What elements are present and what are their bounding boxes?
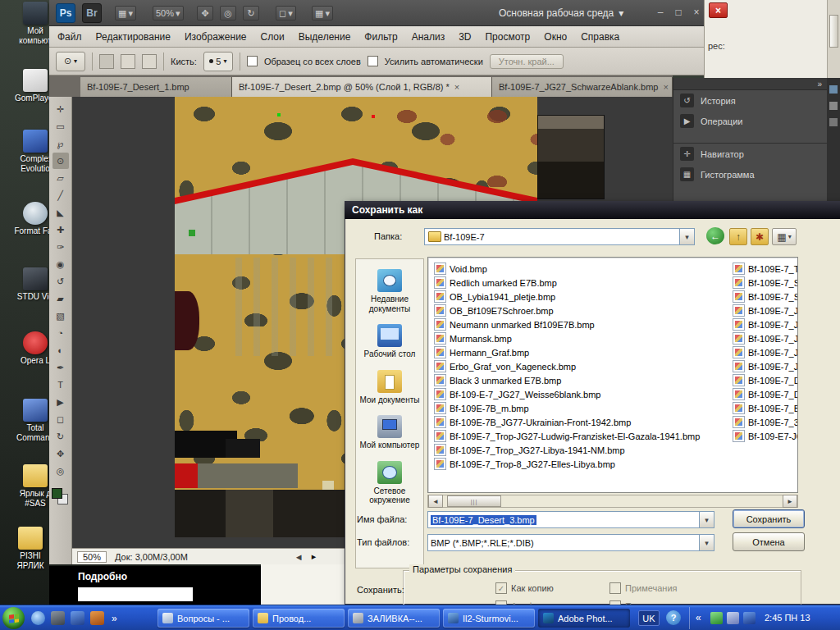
file-item[interactable]: Bf-109E-7_JG [730,345,797,359]
dialog-title-bar[interactable]: Сохранить как [345,201,840,219]
file-item[interactable]: Black 3 unmarked E7B.bmp [431,373,727,387]
close-button[interactable]: × [690,7,703,18]
dropdown-arrow-icon[interactable]: ▾ [679,229,694,244]
file-item[interactable]: Bf-109E-7_Trop-8_JG27-Elles-Libya.bmp [431,457,727,471]
tool-gradient[interactable]: ▧ [52,308,69,324]
task-button-il2[interactable]: Il2-Sturmovi... [443,609,535,628]
file-item[interactable]: Bf-109E-7_Trop-JG27-Ludwig-Franzisket-El… [431,429,727,443]
help-tray-icon[interactable]: ? [666,610,681,625]
refine-edge-button[interactable]: Уточн. край... [490,54,564,69]
task-button-questions[interactable]: Вопросы - ... [158,609,249,628]
menu-3d[interactable]: 3D [459,31,471,43]
start-button[interactable] [2,607,25,629]
zoom-level-dropdown[interactable]: 50%▾ [153,6,184,21]
tool-crop[interactable]: ▱ [52,170,69,186]
file-item[interactable]: Hermann_Graf.bmp [431,345,727,359]
tool-dodge[interactable]: ◐ [52,342,69,358]
tool-zoom[interactable]: ◎ [52,463,69,479]
tool-preset-picker[interactable]: ⊙▾ [56,52,85,71]
tool-clone-stamp[interactable]: ◉ [52,256,69,272]
panel-actions[interactable]: ▶ Операции [673,111,827,131]
menu-view[interactable]: Просмотр [485,31,530,43]
tool-eyedropper[interactable]: ◣ [52,204,69,221]
file-item[interactable]: Bf-109E-7_JG [730,359,797,373]
place-network[interactable]: Сетевое окружение [357,461,422,505]
tray-icon-2[interactable] [727,612,739,624]
brush-size-picker[interactable]: 5 ▾ [203,52,233,71]
task-button-zalivka[interactable]: ЗАЛИВКА--... [348,609,440,628]
tool-type[interactable]: T [52,377,69,393]
file-item[interactable]: Bf-109-E-7_JG27_Weisse6blank.bmp [431,387,727,401]
menu-analysis[interactable]: Анализ [412,31,445,43]
quick-launch-overflow-icon[interactable]: » [112,613,117,624]
menu-window[interactable]: Окно [544,31,567,43]
tool-rotate-view[interactable]: ↻ [52,428,69,445]
task-button-photoshop[interactable]: Adobe Phot... [538,609,630,628]
tool-brush[interactable]: ✑ [52,239,69,255]
file-item[interactable]: Erbo_Graf_von_Kageneck.bmp [431,359,727,373]
scrollbar[interactable] [827,0,840,78]
place-recent-documents[interactable]: Недавние документы [357,269,422,313]
save-button[interactable]: Сохранить [733,509,805,528]
back-icon[interactable]: ← [706,227,724,244]
file-item[interactable]: OB_Bf109E7Schroer.bmp [431,304,727,317]
file-item[interactable]: Bf-109E-7B_JG77-Ukrainian-Front-1942.bmp [431,415,727,429]
minimize-button[interactable]: – [654,7,667,18]
collapsed-panel-icon[interactable] [829,102,838,110]
menu-edit[interactable]: Редактирование [96,31,171,43]
status-scroll-left-icon[interactable]: ◄ [294,552,304,562]
scrollbar-thumb[interactable] [829,15,838,48]
tool-eraser[interactable]: ▰ [52,290,69,307]
tool-shape[interactable]: ◻ [52,411,69,427]
tray-collapse-icon[interactable]: « [696,612,701,623]
panel-navigator[interactable]: ✛ Навигатор [673,144,827,164]
collapsed-panel-icon[interactable] [829,118,838,126]
filename-input[interactable]: Bf-109E-7_Desert_3.bmp ▾ [427,511,714,528]
document-tab-3[interactable]: Bf-109E-7_JG27_SchwarzeAblank.bmp × [492,77,673,97]
document-tab-1[interactable]: Bf-109E-7_Desert_1.bmp [80,77,232,97]
collapsed-panel-icon[interactable] [829,85,838,94]
file-item[interactable]: Neumann unmarked Bf109E7B.bmp [431,317,727,331]
file-item[interactable]: Bf-109E-7_JG [730,304,797,317]
tool-hand[interactable]: ✥ [52,445,69,462]
file-list-scrollbar[interactable]: ◄ ||| ► [427,495,798,508]
clock[interactable]: 2:45 ПН 13 [765,613,810,623]
quick-launch-icon-1[interactable] [31,611,45,625]
zoom-tool-icon[interactable]: ◎ [220,6,236,21]
tab-close-icon[interactable]: × [454,82,459,92]
as-copy-checkbox[interactable]: ✓ [495,582,507,594]
tool-path-selection[interactable]: ▶ [52,394,69,410]
status-zoom-field[interactable]: 50% [77,551,107,563]
file-item[interactable]: Bf-109E-7_JG [730,331,797,345]
panel-histogram[interactable]: ▦ Гистограмма [673,164,827,185]
file-item[interactable]: Murmansk.bmp [431,331,727,345]
annotations-checkbox[interactable] [609,582,621,594]
auto-enhance-checkbox[interactable] [368,56,378,66]
dropdown-arrow-icon[interactable]: ▾ [699,535,714,550]
place-my-documents[interactable]: Мои документы [357,370,422,405]
sample-all-layers-checkbox[interactable] [247,56,258,66]
file-item[interactable]: Bf-109E-7_Sl [730,276,797,290]
tab-close-icon[interactable]: × [663,82,668,92]
document-tab-2[interactable]: Bf-109E-7_Desert_2.bmp @ 50% (Слой 1, RG… [232,77,492,97]
file-item[interactable]: Bf-109E-7_Tr [730,262,797,276]
quick-launch-icon-3[interactable] [71,611,84,625]
file-item[interactable]: Void.bmp [431,262,727,276]
up-one-level-icon[interactable]: ↑ [729,228,747,245]
language-indicator[interactable]: UK [638,610,660,626]
desktop-icon-rizni-yarlyk[interactable]: РІЗНІ ЯРЛИК [7,527,54,570]
selection-subtract-icon[interactable] [142,54,157,69]
folder-dropdown[interactable]: Bf-109E-7 ▾ [424,228,695,245]
workspace-selector[interactable]: Основная рабочая среда▾ [499,7,623,19]
screen-mode-icon[interactable]: ◻▾ [276,6,296,21]
file-item[interactable]: Bf-109E-7_B [730,401,797,415]
menu-filter[interactable]: Фильтр [364,31,397,43]
collapse-panels-icon[interactable]: » [817,80,822,89]
scroll-left-icon[interactable]: ◄ [428,495,443,508]
task-button-explorer[interactable]: Провод... [253,609,345,628]
menu-image[interactable]: Изображение [185,31,247,43]
tool-pen[interactable]: ✒ [52,359,69,376]
file-item[interactable]: Bf-109-E7-JG [730,429,797,443]
file-item[interactable]: Bf-109E-7B_m.bmp [431,401,727,415]
tool-slice[interactable]: ╱ [52,187,69,203]
